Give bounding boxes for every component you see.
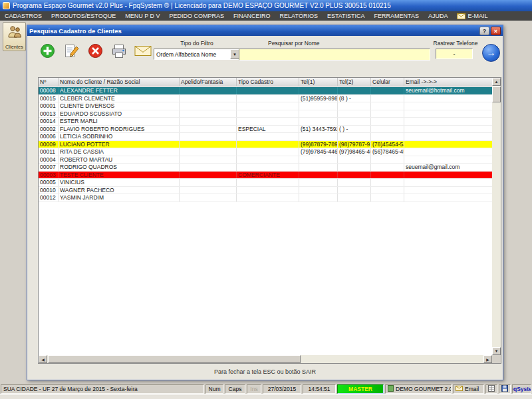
status-user-badge: MASTER (337, 384, 384, 394)
clientes-shortcut-button[interactable]: Clientes (3, 22, 26, 51)
filter-label: Tipo do Filtro (154, 40, 240, 47)
horizontal-scroll-thumb[interactable] (48, 355, 301, 363)
grid-cell (371, 110, 404, 118)
table-row[interactable]: 00004ROBERTO MARTAU (39, 156, 493, 164)
grid-cell (237, 187, 299, 194)
grid-cell (180, 95, 237, 102)
grid-cell (338, 172, 371, 179)
table-row[interactable]: 00001CLIENTE DIVERSOS (39, 102, 493, 110)
table-row[interactable]: 00002FLAVIO ROBERTO RODRIGUESESPECIAL(51… (39, 126, 493, 134)
table-row[interactable]: 00008ALEXANDRE FETTERseuemail@hotmail.co… (39, 87, 493, 95)
grid-cell: COMERCIANTE (237, 172, 299, 179)
table-row[interactable]: 00015CLEBER CLEMENTE(51)95959-8985(8 ) - (39, 95, 493, 103)
grid-cell (237, 87, 299, 94)
grid-cell: (79)97845-4468 (299, 148, 338, 156)
status-date: 27/03/2015 (263, 384, 301, 394)
scroll-down-icon[interactable]: ▼ (492, 347, 501, 355)
edit-client-button[interactable] (62, 43, 80, 60)
send-mail-button[interactable] (134, 43, 152, 60)
dialog-toolbar: Tipo do Filtro Ordem Alfabetica Nome ▼ P… (27, 37, 503, 72)
menu-item-relat-rios[interactable]: RELATÓRIOS (275, 11, 323, 21)
grid-cell (338, 164, 371, 171)
grid-cell (180, 172, 237, 179)
grid-cell: 00014 (39, 118, 59, 125)
table-row[interactable]: 00014ESTER MARLI (39, 118, 493, 126)
print-report-button[interactable] (110, 43, 128, 60)
grid-cell (237, 194, 299, 201)
printer-icon (111, 43, 127, 60)
grid-cell: LUCIANO POTTER (59, 141, 180, 148)
filter-group: Tipo do Filtro Ordem Alfabetica Nome ▼ (154, 40, 240, 60)
window-title: Programa Espaço Gourmet v2.0 Plus - FpqS… (13, 2, 391, 9)
scroll-right-icon[interactable]: ▶ (483, 355, 492, 363)
column-header[interactable]: Email ->->-> (404, 78, 493, 86)
menu-item-ajuda[interactable]: AJUDA (424, 11, 453, 21)
grid-cell (404, 194, 493, 201)
menu-item-email[interactable]: E-MAIL (452, 13, 492, 19)
chevron-down-icon[interactable]: ▼ (230, 49, 239, 59)
column-header[interactable]: Tel(1) (299, 78, 338, 86)
status-grid-button[interactable] (485, 384, 497, 394)
grid-cell: 00011 (39, 148, 59, 156)
table-row[interactable]: 00006LETICIA SOBRINHO (39, 133, 493, 141)
grid-cell: 00004 (39, 156, 59, 164)
vertical-scroll-thumb[interactable] (492, 86, 501, 102)
column-header[interactable]: Nome do Cliente / Razão Social (59, 78, 180, 86)
grid-cell (237, 164, 299, 171)
menu-item-menu-p-d-v[interactable]: MENU P D V (120, 11, 164, 21)
table-row[interactable]: 00007RODRIGO QUADROSseuemail@gmail.com (39, 164, 493, 172)
grid-cell (237, 148, 299, 156)
table-row[interactable]: 00011RITA DE CASSIA(79)97845-4468(97)984… (39, 148, 493, 156)
search-go-button[interactable]: → (482, 44, 500, 62)
clients-people-icon (7, 25, 23, 40)
grid-cell (371, 95, 404, 102)
horizontal-scrollbar[interactable]: ◀ ▶ (39, 355, 492, 363)
grid-header: NºNome do Cliente / Razão SocialApelido/… (39, 78, 493, 86)
scroll-left-icon[interactable]: ◀ (39, 355, 47, 363)
column-header[interactable]: Nº (39, 78, 59, 86)
status-disk-button[interactable] (499, 384, 511, 394)
filter-dropdown[interactable]: Ordem Alfabetica Nome ▼ (154, 49, 240, 60)
close-icon[interactable]: × (491, 27, 501, 35)
column-header[interactable]: Apelido/Fantasia (180, 78, 237, 86)
scroll-up-icon[interactable]: ▲ (492, 78, 501, 86)
menu-item-financeiro[interactable]: FINANCEIRO (229, 11, 275, 21)
menu-item-cadastros[interactable]: CADASTROS (0, 11, 47, 21)
menubar: CADASTROSPRODUTOS/ESTOQUEMENU P D VPEDID… (0, 11, 532, 21)
status-email-label: Email (465, 386, 479, 392)
grid-cell (299, 172, 338, 179)
table-row[interactable]: 00013EDUARDO SCUSSIATO (39, 110, 493, 118)
table-row[interactable]: 00010WAGNER PACHECO (39, 187, 493, 195)
menu-item-pedido-compras[interactable]: PEDIDO COMPRAS (165, 11, 229, 21)
vertical-scrollbar[interactable]: ▲ ▼ (492, 78, 501, 355)
column-header[interactable]: Tipo Cadastro (237, 78, 299, 86)
menu-item-ferramentas[interactable]: FERRAMENTAS (370, 11, 424, 21)
table-row[interactable]: 00003TESTE CLIENTECOMERCIANTE (39, 172, 493, 180)
grid-cell (404, 110, 493, 118)
grid-cell: VINICIUS (59, 179, 180, 186)
table-row[interactable]: 00009LUCIANO POTTER(99)87879-7897(98)797… (39, 141, 493, 149)
status-email-button[interactable]: Email (453, 384, 484, 394)
help-button[interactable]: ? (479, 27, 489, 35)
grid-cell (180, 87, 237, 94)
menu-item-estatistica[interactable]: ESTATISTICA (323, 11, 370, 21)
grid-cell: 00002 (39, 126, 59, 133)
grid-cell: ALEXANDRE FETTER (59, 87, 180, 94)
dialog-titlebar[interactable]: Pesquisa Cadastro de Clientes ? × (27, 25, 503, 36)
menu-item-produtos-estoque[interactable]: PRODUTOS/ESTOQUE (47, 11, 120, 21)
scroll-corner (492, 355, 501, 363)
grid-cell: (98)79787-9798 (338, 141, 371, 148)
table-row[interactable]: 00012YASMIN JARDIM (39, 194, 493, 202)
grid-cell (338, 118, 371, 125)
grid-cell (180, 141, 237, 148)
clients-grid-body[interactable]: 00008ALEXANDRE FETTERseuemail@hotmail.co… (39, 87, 493, 355)
add-client-button[interactable] (38, 43, 57, 60)
grid-cell: FLAVIO ROBERTO RODRIGUES (59, 126, 180, 133)
column-header[interactable]: Tel(2) (338, 78, 371, 86)
delete-client-button[interactable] (86, 43, 104, 60)
search-name-input[interactable] (239, 49, 430, 61)
column-header[interactable]: Celular (371, 78, 404, 86)
dialog-title: Pesquisa Cadastro de Clientes (29, 27, 122, 35)
phone-search-input[interactable] (436, 49, 473, 59)
table-row[interactable]: 00005VINICIUS (39, 179, 493, 187)
